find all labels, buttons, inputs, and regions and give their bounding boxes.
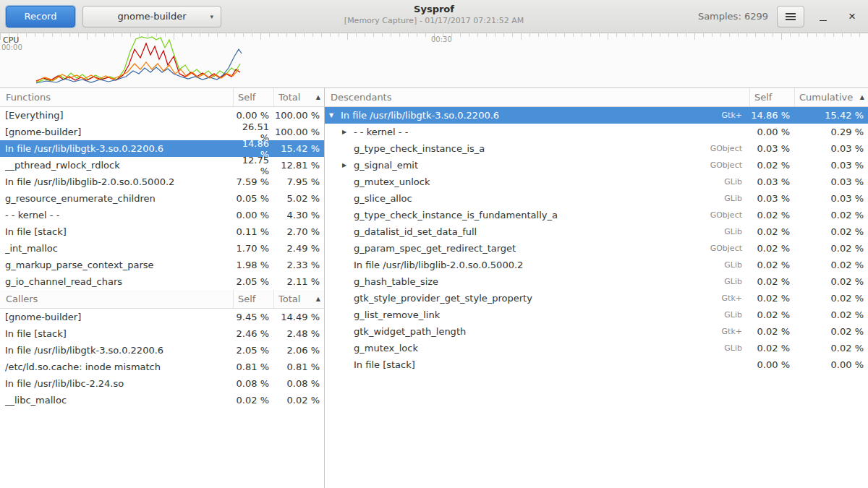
table-row[interactable]: In file /usr/lib/libglib-2.0.so.0.5000.2…	[0, 174, 324, 190]
function-name: [gnome-builder]	[5, 312, 81, 322]
table-row[interactable]: In file /usr/lib/libglib-2.0.so.0.5000.2…	[325, 257, 868, 273]
minimize-button[interactable]	[813, 7, 833, 27]
table-row[interactable]: g_datalist_id_set_data_fullGLib0.02 %0.0…	[325, 223, 868, 240]
self-percent: 0.03 %	[749, 143, 794, 154]
total-percent: 0.03 %	[794, 176, 868, 187]
table-row[interactable]: _int_malloc1.70 %2.49 %	[0, 240, 324, 257]
table-row[interactable]: g_slice_allocGLib0.03 %0.03 %	[325, 190, 868, 207]
table-row[interactable]: [Everything]0.00 %100.00 %	[0, 107, 324, 124]
cpu-graph[interactable]: CPU 00:00 00:30	[0, 33, 868, 88]
total-percent: 100.00 %	[273, 110, 324, 121]
function-name: g_list_remove_link	[354, 309, 440, 320]
total-percent: 4.30 %	[273, 210, 324, 221]
table-row[interactable]: g_markup_parse_context_parse1.98 %2.33 %	[0, 257, 324, 273]
chevron-down-icon: ▾	[210, 13, 213, 20]
menu-button[interactable]	[777, 6, 804, 27]
table-row[interactable]: g_mutex_unlockGLib0.03 %0.03 %	[325, 174, 868, 190]
column-cumulative-label: Cumulative	[799, 92, 853, 103]
minimize-icon	[820, 20, 827, 22]
table-row[interactable]: In file /usr/lib/libc-2.24.so0.08 %0.08 …	[0, 375, 324, 392]
table-row[interactable]: In file /usr/lib/libgtk-3.so.0.2200.614.…	[0, 140, 324, 157]
function-name: g_io_channel_read_chars	[5, 276, 122, 287]
table-row[interactable]: g_type_check_instance_is_aGObject0.03 %0…	[325, 140, 868, 157]
callers-table-header: Callers Self Total ▲	[0, 290, 324, 309]
table-row[interactable]: In file [stack]0.00 %0.00 %	[325, 356, 868, 373]
table-row[interactable]: - - kernel - -0.00 %4.30 %	[0, 207, 324, 223]
self-percent: 0.05 %	[233, 193, 273, 204]
column-self[interactable]: Self	[233, 290, 273, 308]
self-percent: 12.75 %	[233, 155, 273, 176]
samples-count: Samples: 6299	[698, 11, 768, 22]
functions-table: Functions Self Total ▲ [Everything]0.00 …	[0, 88, 324, 290]
table-row[interactable]: In file [stack]0.11 %2.70 %	[0, 223, 324, 240]
column-total[interactable]: Total ▲	[273, 88, 324, 106]
total-percent: 0.81 %	[273, 361, 324, 372]
table-row[interactable]: gtk_style_provider_get_style_propertyGtk…	[325, 290, 868, 307]
library-tag: Gtk+	[716, 294, 749, 303]
table-row[interactable]: g_hash_table_sizeGLib0.02 %0.02 %	[325, 273, 868, 290]
self-percent: 0.00 %	[749, 127, 794, 137]
total-percent: 0.03 %	[794, 193, 868, 204]
table-row[interactable]: ▼In file /usr/lib/libgtk-3.so.0.2200.6Gt…	[325, 107, 868, 124]
table-row[interactable]: [gnome-builder]26.51 %100.00 %	[0, 124, 324, 140]
target-selector-dropdown[interactable]: gnome-builder ▾	[82, 6, 221, 27]
table-row[interactable]: /etc/ld.so.cache: inode mismatch0.81 %0.…	[0, 359, 324, 375]
library-tag: GLib	[718, 227, 749, 236]
function-name: g_slice_alloc	[354, 193, 412, 204]
table-row[interactable]: __pthread_rwlock_rdlock12.75 %12.81 %	[0, 157, 324, 174]
total-percent: 15.42 %	[273, 143, 324, 154]
table-row[interactable]: gtk_widget_path_lengthGtk+0.02 %0.02 %	[325, 323, 868, 340]
column-self[interactable]: Self	[233, 88, 273, 106]
function-name: g_type_check_instance_is_fundamentally_a	[354, 210, 558, 221]
table-row[interactable]: g_list_remove_linkGLib0.02 %0.02 %	[325, 307, 868, 323]
expander-closed-icon[interactable]: ▶	[342, 162, 354, 168]
library-tag: GLib	[718, 194, 749, 203]
record-button[interactable]: Record	[6, 6, 75, 27]
self-percent: 0.11 %	[233, 226, 273, 237]
table-row[interactable]: In file [stack]2.46 %2.48 %	[0, 325, 324, 342]
table-row[interactable]: g_resource_enumerate_children0.05 %5.02 …	[0, 190, 324, 207]
self-percent: 0.81 %	[233, 361, 273, 372]
column-descendants[interactable]: Descendants	[325, 88, 749, 106]
descendants-table: Descendants Self Cumulative ▲ ▼In file /…	[325, 88, 868, 373]
function-name: In file [stack]	[5, 328, 67, 339]
function-name: g_type_check_instance_is_a	[354, 143, 485, 154]
total-percent: 2.06 %	[273, 345, 324, 356]
table-row[interactable]: g_param_spec_get_redirect_targetGObject0…	[325, 240, 868, 257]
column-self[interactable]: Self	[749, 88, 794, 106]
self-percent: 0.00 %	[749, 359, 794, 370]
expander-closed-icon[interactable]: ▶	[342, 129, 354, 135]
total-percent: 0.02 %	[794, 309, 868, 320]
column-callers[interactable]: Callers	[0, 290, 233, 308]
table-row[interactable]: g_io_channel_read_chars2.05 %2.11 %	[0, 273, 324, 290]
column-total[interactable]: Total ▲	[273, 290, 324, 308]
self-percent: 0.00 %	[233, 110, 273, 121]
cpu-red-line	[36, 43, 240, 81]
total-percent: 0.02 %	[794, 326, 868, 337]
close-button[interactable]: ×	[842, 7, 862, 27]
library-tag: GLib	[718, 277, 749, 286]
table-row[interactable]: ▶- - kernel - -0.00 %0.29 %	[325, 124, 868, 140]
library-tag: GObject	[705, 144, 749, 153]
function-name: In file /usr/lib/libgtk-3.so.0.2200.6	[341, 110, 499, 121]
column-cumulative[interactable]: Cumulative ▲	[794, 88, 868, 106]
table-row[interactable]: In file /usr/lib/libgtk-3.so.0.2200.62.0…	[0, 342, 324, 359]
table-row[interactable]: __libc_malloc0.02 %0.02 %	[0, 392, 324, 408]
function-name: g_hash_table_size	[354, 276, 438, 287]
total-percent: 7.95 %	[273, 176, 324, 187]
table-row[interactable]: [gnome-builder]9.45 %14.49 %	[0, 309, 324, 325]
self-percent: 0.02 %	[749, 326, 794, 337]
self-percent: 14.86 %	[749, 110, 794, 121]
table-row[interactable]: g_mutex_lockGLib0.02 %0.02 %	[325, 340, 868, 356]
expander-open-icon[interactable]: ▼	[329, 112, 341, 119]
header-bar: Record gnome-builder ▾ Sysprof [Memory C…	[0, 0, 868, 33]
total-percent: 2.70 %	[273, 226, 324, 237]
library-tag: GLib	[718, 310, 749, 320]
function-name: gtk_style_provider_get_style_property	[354, 293, 532, 304]
function-name: /etc/ld.so.cache: inode mismatch	[5, 361, 161, 372]
table-row[interactable]: ▶g_signal_emitGObject0.02 %0.03 %	[325, 157, 868, 174]
table-row[interactable]: g_type_check_instance_is_fundamentally_a…	[325, 207, 868, 223]
total-percent: 0.02 %	[794, 243, 868, 254]
column-functions[interactable]: Functions	[0, 88, 233, 106]
self-percent: 0.02 %	[749, 343, 794, 354]
